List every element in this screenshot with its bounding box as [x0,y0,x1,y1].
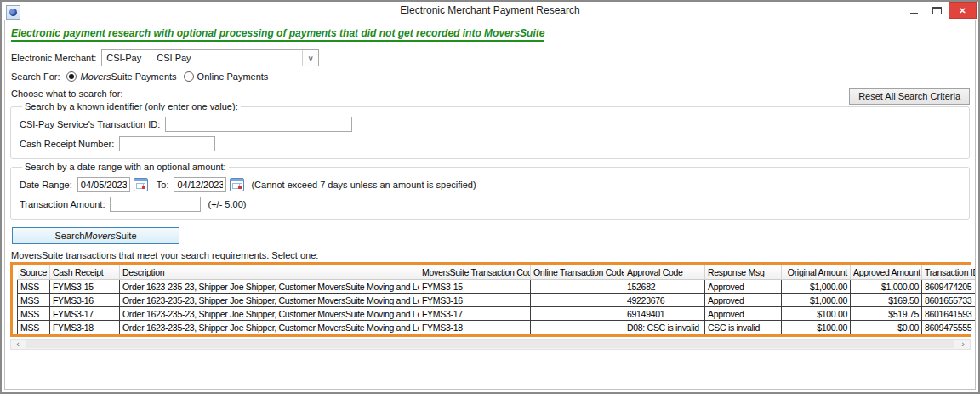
radio-online-payments[interactable] [184,71,194,82]
search-moverssuite-button[interactable]: Search MoversSuite [12,227,179,244]
chevron-down-icon[interactable]: ∨ [302,50,318,66]
transaction-amount-label: Transaction Amount: [20,199,105,209]
table-cell: FYMS3-18 [419,321,531,334]
table-cell: Order 1623-235-23, Shipper Joe Shipper, … [120,294,419,307]
table-cell: MSS [18,307,50,321]
transaction-id-label: CSI-Pay Service's Transaction ID: [20,119,160,129]
app-window: Electronic Merchant Payment Research ✕ E… [0,0,980,394]
date-from-input[interactable] [77,177,130,192]
date-range-row: Date Range: To: (Cannot exceed 7 days un… [20,177,962,192]
table-cell [531,294,624,307]
merchant-dropdown[interactable]: CSI-Pay CSI Pay ∨ [101,49,319,66]
choose-label: Choose what to search for: [11,89,975,99]
transaction-id-input[interactable] [165,117,352,132]
transaction-amount-row: Transaction Amount: (+/- 5.00) [20,197,962,212]
column-header[interactable]: Approval Code [624,265,705,280]
scroll-left-icon[interactable]: ‹ [11,340,25,349]
table-cell [531,280,624,294]
table-cell: $169.50 [851,294,922,307]
maximize-button[interactable] [926,2,949,19]
calendar-icon[interactable] [134,178,148,191]
horizontal-scrollbar[interactable]: ‹ › [10,339,971,350]
cash-receipt-row: Cash Receipt Number: [20,136,962,151]
transaction-amount-note: (+/- 5.00) [208,199,246,209]
table-cell: FYMS3-15 [419,280,531,294]
close-icon: ✕ [959,6,966,15]
window-title: Electronic Merchant Payment Research [2,4,978,16]
table-row[interactable]: MSSFYMS3-15Order 1623-235-23, Shipper Jo… [18,280,977,294]
table-cell: $519.75 [851,307,922,321]
table-cell: CSC is invalid [705,321,782,334]
search-for-label: Search For: [11,71,60,82]
identifier-group-legend: Search by a known identifier (only enter… [22,101,241,111]
merchant-name: CSI Pay [157,53,191,63]
table-cell: MSS [18,294,50,307]
table-cell: Order 1623-235-23, Shipper Joe Shipper, … [120,280,419,294]
table-cell: Approved [705,294,782,307]
maximize-icon [932,7,942,14]
table-row[interactable]: MSSFYMS3-18Order 1623-235-23, Shipper Jo… [18,321,977,334]
merchant-row: Electronic Merchant: CSI-Pay CSI Pay ∨ [11,49,975,66]
column-header[interactable]: Description [120,265,419,280]
column-header[interactable]: Transaction ID [922,265,977,280]
table-cell: Approved [705,307,782,321]
radio-moverssuite-payments[interactable] [66,71,77,82]
date-range-label: Date Range: [20,180,72,190]
table-cell: Order 1623-235-23, Shipper Joe Shipper, … [120,321,419,334]
merchant-code: CSI-Pay [106,53,141,63]
to-label: To: [157,180,169,190]
table-cell: FYMS3-15 [50,280,120,294]
transaction-id-row: CSI-Pay Service's Transaction ID: [20,117,962,132]
date-range-group: Search by a date range with an optional … [10,162,970,220]
title-bar: Electronic Merchant Payment Research ✕ [2,2,978,20]
column-header[interactable]: Response Msg [705,265,782,280]
cash-receipt-input[interactable] [119,136,215,151]
table-cell: MSS [18,321,50,334]
reset-all-search-criteria-button[interactable]: Reset All Search Criteria [849,88,970,105]
scroll-right-icon[interactable]: › [956,340,970,349]
minimize-button[interactable] [903,2,926,19]
table-cell: FYMS3-18 [50,321,120,334]
table-cell: 8609475555 [922,321,977,334]
column-header[interactable]: Source [18,265,50,280]
table-header-row: SourceCash ReceiptDescriptionMoversSuite… [18,265,977,280]
table-cell: $1,000.00 [782,280,851,294]
search-for-row: Search For: MoversSuite Payments Online … [11,71,975,82]
transactions-table: SourceCash ReceiptDescriptionMoversSuite… [17,265,976,334]
table-cell [531,321,624,334]
window-content: Electronic payment research with optiona… [4,20,976,390]
column-header[interactable]: Online Transaction Code [531,265,624,280]
table-cell: $1,000.00 [782,294,851,307]
calendar-icon[interactable] [230,178,244,191]
window-controls: ✕ [903,2,977,19]
table-cell: 8601641593 [922,307,977,321]
transactions-grid-highlight: SourceCash ReceiptDescriptionMoversSuite… [10,262,971,337]
table-cell: 49223676 [624,294,705,307]
cash-receipt-label: Cash Receipt Number: [20,139,114,149]
column-header[interactable]: MoversSuite Transaction Code [419,265,531,280]
date-to-input[interactable] [174,177,226,192]
table-cell: $1,000.00 [851,280,922,294]
table-cell [531,307,624,321]
identifier-group: Search by a known identifier (only enter… [10,101,970,159]
intro-banner: Electronic payment research with optiona… [11,27,544,42]
scrollbar-thumb[interactable] [26,340,954,348]
close-button[interactable]: ✕ [949,2,977,19]
table-cell: Order 1623-235-23, Shipper Joe Shipper, … [120,307,419,321]
results-label: MoversSuite transactions that meet your … [11,250,975,260]
transaction-amount-input[interactable] [110,197,201,212]
moverssuite-payments-label: MoversSuite Payments [80,71,176,82]
table-cell: MSS [18,280,50,294]
table-cell: $100.00 [782,307,851,321]
table-row[interactable]: MSSFYMS3-17Order 1623-235-23, Shipper Jo… [18,307,977,321]
column-header[interactable]: Cash Receipt [50,265,120,280]
table-row[interactable]: MSSFYMS3-16Order 1623-235-23, Shipper Jo… [18,294,977,307]
table-cell: FYMS3-17 [419,307,531,321]
minimize-icon [910,13,918,14]
table-cell: 69149401 [624,307,705,321]
column-header[interactable]: Approved Amount [851,265,922,280]
column-header[interactable]: Original Amount [782,265,851,280]
table-body: MSSFYMS3-15Order 1623-235-23, Shipper Jo… [18,280,977,334]
table-cell: 8601655733 [922,294,977,307]
date-range-group-legend: Search by a date range with an optional … [22,162,229,172]
